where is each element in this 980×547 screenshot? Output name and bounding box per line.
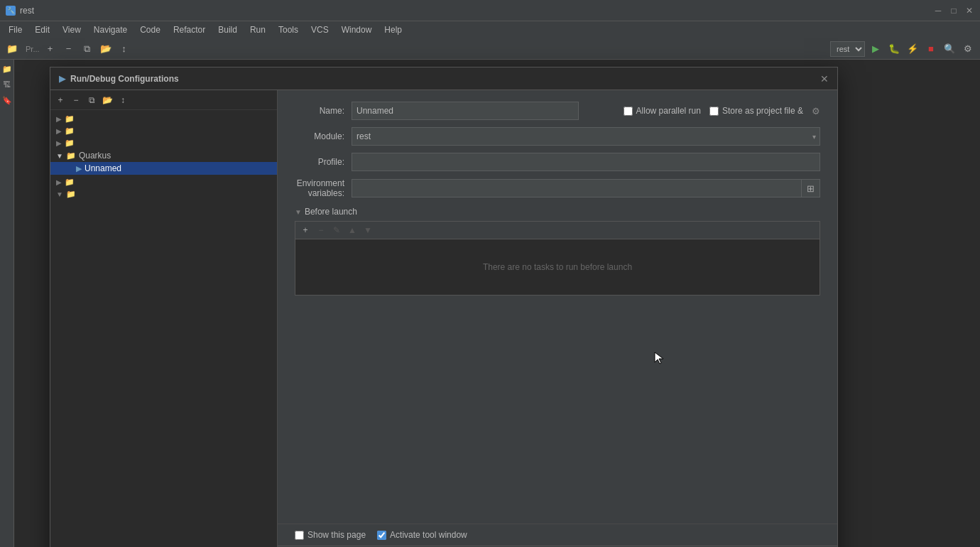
tree-copy-btn[interactable]: ⧉ — [85, 93, 99, 107]
env-expand-btn[interactable]: ⊞ — [802, 179, 820, 197]
dialog-body: + − ⧉ 📂 ↕ ▶ 📁 — [50, 90, 837, 547]
dialog-title-left: ▶ Run/Debug Configurations — [59, 73, 179, 84]
tree-quarkus-label: Quarkus — [79, 151, 111, 161]
menu-bar: File Edit View Navigate Code Refactor Bu… — [0, 21, 980, 38]
arrow-right-icon-4: ▶ — [56, 178, 62, 186]
menu-edit[interactable]: Edit — [29, 23, 55, 36]
tree-group-2[interactable]: ▶ 📁 — [50, 125, 277, 137]
bl-edit-btn[interactable]: ✎ — [330, 223, 344, 237]
before-launch-empty-text: There are no tasks to run before launch — [483, 262, 632, 272]
name-input[interactable] — [352, 102, 579, 120]
toolbar-sort-btn[interactable]: ↕ — [116, 41, 132, 57]
show-page-checkbox[interactable] — [295, 531, 304, 540]
name-row: Name: Allow parallel run Sto — [295, 102, 820, 120]
module-row: Module: rest ▾ — [295, 127, 820, 146]
tree-remove-btn[interactable]: − — [69, 93, 83, 107]
app-title: rest — [20, 6, 34, 16]
module-select-wrapper: rest ▾ — [352, 127, 820, 146]
store-as-project-text: Store as project file & — [722, 106, 803, 116]
tree-add-btn[interactable]: + — [53, 93, 67, 107]
tree-group-1[interactable]: ▶ 📁 — [50, 113, 277, 125]
tree-group-5[interactable]: ▼ 📁 — [50, 188, 277, 200]
activate-tool-text: Activate tool window — [390, 530, 467, 540]
maximize-button[interactable]: □ — [949, 6, 959, 16]
arrow-down-icon: ▼ — [56, 152, 63, 160]
folder-icon-2: 📁 — [65, 126, 75, 136]
run-config-dropdown[interactable]: rest — [830, 41, 865, 57]
activate-tool-checkbox[interactable] — [377, 531, 386, 540]
menu-help[interactable]: Help — [379, 23, 408, 36]
tree-folder-btn[interactable]: 📂 — [100, 93, 114, 107]
before-launch-section: ▼ Before launch + − ✎ ▲ ▼ — [295, 207, 820, 296]
config-tree-panel: + − ⧉ 📂 ↕ ▶ 📁 — [50, 90, 278, 547]
arrow-right-icon: ▶ — [56, 115, 62, 123]
close-button[interactable]: ✕ — [964, 6, 974, 16]
toolbar-project-icon[interactable]: 📁 — [4, 41, 20, 57]
config-tree: ▶ 📁 ▶ 📁 ▶ 📁 — [50, 110, 277, 547]
dialog-title-bar: ▶ Run/Debug Configurations ✕ — [50, 67, 837, 90]
menu-view[interactable]: View — [57, 23, 87, 36]
dialog: ▶ Run/Debug Configurations ✕ + − ⧉ 📂 ↕ — [50, 67, 838, 547]
toolbar-add-btn[interactable]: + — [43, 41, 58, 57]
config-right-panel: Name: Allow parallel run Sto — [278, 90, 837, 547]
module-select[interactable]: rest — [352, 127, 820, 146]
activate-tool-checkbox-label[interactable]: Activate tool window — [377, 530, 467, 540]
menu-run[interactable]: Run — [244, 23, 271, 36]
dialog-close-button[interactable]: ✕ — [820, 73, 829, 85]
show-page-checkbox-label[interactable]: Show this page — [295, 530, 366, 540]
name-left: Name: — [295, 102, 612, 120]
module-label: Module: — [295, 131, 352, 141]
name-label: Name: — [295, 106, 352, 116]
minimize-button[interactable]: ─ — [933, 6, 943, 16]
toolbar-remove-btn[interactable]: − — [61, 41, 77, 57]
store-gear-icon[interactable]: ⚙ — [812, 106, 820, 117]
settings-btn[interactable]: ⚙ — [960, 41, 976, 57]
activity-bookmarks[interactable]: 🔖 — [1, 94, 13, 107]
profile-label: Profile: — [295, 157, 352, 167]
menu-refactor[interactable]: Refactor — [168, 23, 211, 36]
run-button[interactable]: ▶ — [868, 41, 883, 57]
search-btn[interactable]: 🔍 — [942, 41, 957, 57]
tree-unnamed-item[interactable]: ▶ Unnamed — [50, 162, 277, 175]
bl-add-btn[interactable]: + — [298, 223, 312, 237]
profile-input[interactable] — [352, 153, 820, 171]
bl-down-btn[interactable]: ▼ — [361, 223, 375, 237]
tree-group-4[interactable]: ▶ 📁 — [50, 176, 277, 188]
store-as-project-checkbox-label[interactable]: Store as project file & — [709, 106, 803, 116]
title-bar-left: 🔧 rest — [6, 6, 34, 16]
menu-window[interactable]: Window — [336, 23, 378, 36]
toolbar-folder-btn[interactable]: 📂 — [98, 41, 114, 57]
env-input[interactable] — [352, 179, 802, 197]
content-area: ▶ Run/Debug Configurations ✕ + − ⧉ 📂 ↕ — [14, 60, 980, 547]
tree-toolbar: + − ⧉ 📂 ↕ — [50, 90, 277, 110]
bl-up-btn[interactable]: ▲ — [345, 223, 359, 237]
profile-row: Profile: — [295, 153, 820, 171]
menu-vcs[interactable]: VCS — [305, 23, 334, 36]
main-outer: 📁 🏗 🔖 ▶ Run/Debug Configurations ✕ — [0, 60, 980, 547]
run-with-coverage-btn[interactable]: ⚡ — [905, 41, 920, 57]
quarkus-folder-icon: 📁 — [66, 151, 76, 161]
menu-build[interactable]: Build — [212, 23, 243, 36]
menu-code[interactable]: Code — [134, 23, 166, 36]
tree-quarkus-group[interactable]: ▼ 📁 Quarkus — [50, 149, 277, 162]
activity-project[interactable]: 📁 — [1, 63, 13, 75]
run-config-area: rest ▶ 🐛 ⚡ ■ 🔍 ⚙ — [135, 41, 976, 57]
menu-file[interactable]: File — [3, 23, 28, 36]
project-label: Pr... — [26, 45, 40, 53]
before-launch-header[interactable]: ▼ Before launch — [295, 207, 820, 217]
config-icon: ▶ — [76, 164, 82, 173]
allow-parallel-checkbox[interactable] — [624, 107, 633, 116]
tree-sort-btn[interactable]: ↕ — [116, 93, 130, 107]
stop-button[interactable]: ■ — [923, 41, 939, 57]
bl-remove-btn[interactable]: − — [314, 223, 328, 237]
menu-tools[interactable]: Tools — [273, 23, 304, 36]
allow-parallel-checkbox-label[interactable]: Allow parallel run — [624, 106, 701, 116]
store-as-project-checkbox[interactable] — [709, 107, 719, 116]
activity-bar: 📁 🏗 🔖 — [0, 60, 14, 547]
debug-button[interactable]: 🐛 — [886, 41, 902, 57]
toolbar-copy-btn[interactable]: ⧉ — [80, 41, 95, 57]
tree-group-3[interactable]: ▶ 📁 — [50, 137, 277, 149]
env-row: Environment variables: ⊞ — [295, 178, 820, 198]
menu-navigate[interactable]: Navigate — [88, 23, 133, 36]
activity-structure[interactable]: 🏗 — [1, 78, 13, 91]
